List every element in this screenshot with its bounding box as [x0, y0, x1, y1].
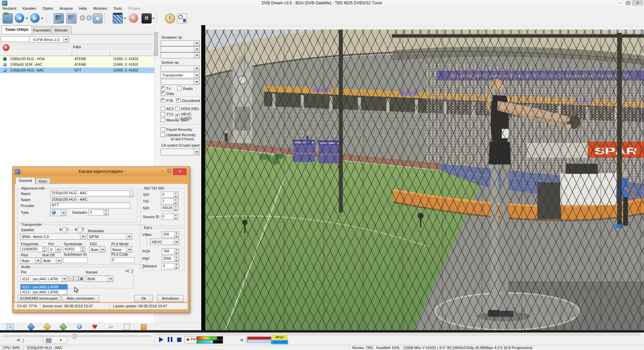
- checkbox-radio[interactable]: Radio: [177, 86, 193, 91]
- pause-button[interactable]: [168, 337, 173, 342]
- menu-analyse[interactable]: Analyse: [57, 6, 75, 11]
- header-name-column[interactable]: [0, 51, 72, 56]
- stepper-arrows-icon[interactable]: [173, 192, 178, 197]
- pid-options-button[interactable]: ▦: [79, 276, 84, 281]
- menu-opties[interactable]: Opties: [40, 6, 56, 11]
- edit-page-icon[interactable]: [124, 324, 130, 330]
- teletekst-stepper[interactable]: 0: [162, 263, 179, 269]
- next-dropdown-icon[interactable]: [41, 18, 44, 20]
- menu-bestand[interactable]: Bestand: [0, 6, 19, 11]
- pol-select[interactable]: V: [48, 246, 61, 253]
- channel-row[interactable]: 1080p100 HLG - HOA ATEME 11668, V, 41602: [0, 56, 154, 62]
- header-transponder-column[interactable]: [110, 51, 154, 56]
- minimize-button[interactable]: –: [616, 0, 623, 6]
- dialog-maximize-button[interactable]: [166, 168, 173, 174]
- rolloff-select[interactable]: Auto: [42, 257, 62, 264]
- menu-help[interactable]: Help: [76, 6, 90, 11]
- capture-icon[interactable]: [93, 13, 103, 23]
- stop-button[interactable]: [177, 338, 181, 342]
- add-pid-button[interactable]: +: [68, 276, 73, 281]
- checkbox-ttx[interactable]: TTX: [161, 112, 173, 116]
- record-dropdown-icon[interactable]: [152, 18, 155, 20]
- annuleren-button[interactable]: Annuleren: [157, 295, 184, 302]
- stepper-arrows-icon[interactable]: [80, 247, 85, 252]
- stepper-arrows-icon[interactable]: [173, 199, 178, 204]
- alles-vernieuwen-button[interactable]: Alles vernieuwen: [62, 295, 99, 302]
- satellite-select[interactable]: 4.0°W Amos 2,3: [29, 36, 69, 43]
- tab-favorieten[interactable]: Favorieten: [30, 26, 54, 34]
- stepper-arrows-icon[interactable]: [42, 247, 47, 252]
- dialog-minimize-button[interactable]: –: [159, 168, 165, 174]
- audio-pid-select[interactable]: 4112 - (aa (AAC-LATM): [20, 276, 67, 282]
- audio-kanaal-select[interactable]: Both: [86, 276, 113, 282]
- timer-icon[interactable]: [165, 13, 175, 23]
- sort-select-2[interactable]: Transponder: [161, 72, 200, 78]
- diamond-blue-icon[interactable]: [27, 323, 35, 331]
- play-button[interactable]: [159, 337, 163, 342]
- record-icon[interactable]: R: [142, 13, 152, 23]
- playlist-button[interactable]: [43, 337, 67, 344]
- stepper-arrows-icon[interactable]: [174, 232, 179, 237]
- substream-input[interactable]: [63, 257, 88, 263]
- collapse-panel-button[interactable]: –: [7, 324, 13, 331]
- volume-slider[interactable]: [3, 335, 151, 337]
- checkbox-ac3[interactable]: AC3: [161, 106, 173, 111]
- modulatie-select[interactable]: QPSK: [87, 233, 132, 240]
- video-window-icon[interactable]: [54, 13, 64, 23]
- pilot-select[interactable]: Auto: [20, 257, 41, 264]
- frequentie-stepper[interactable]: 11668000: [20, 246, 47, 252]
- clear-filter-icon[interactable]: ✕: [3, 44, 9, 51]
- pid-option-selected[interactable]: 4112 - (aa (AAC-LATM): [21, 285, 68, 290]
- diamond-green-icon[interactable]: [59, 323, 67, 331]
- pls-code-input[interactable]: 0: [111, 257, 135, 263]
- favorites-heart-icon[interactable]: [92, 324, 97, 329]
- checkbox-meerde-talen[interactable]: Meerde Talen: [161, 118, 189, 122]
- tid-stepper[interactable]: 1: [161, 198, 178, 204]
- header-provider-column[interactable]: [72, 51, 110, 56]
- open-folder-icon[interactable]: [3, 13, 13, 23]
- dialog-close-button[interactable]: ✕: [173, 168, 186, 175]
- checkbox-gecodeerd[interactable]: Gecodeerd: [176, 98, 200, 103]
- nid-stepper[interactable]: 65535: [161, 205, 178, 211]
- checkbox-tv[interactable]: Tv: [161, 86, 170, 91]
- epg-stop-icon[interactable]: ✕: [129, 13, 138, 23]
- satelliet-select[interactable]: 3560 - Amos 2,3: [20, 233, 86, 240]
- restore-button[interactable]: [624, 0, 631, 6]
- checkbox-data[interactable]: Data: [161, 91, 174, 96]
- sort-select-3[interactable]: [161, 79, 200, 85]
- settings-gears-icon[interactable]: ⚙⚙: [79, 13, 89, 23]
- video-pid-stepper[interactable]: 256: [162, 232, 179, 238]
- symbolrate-stepper[interactable]: 41602: [63, 246, 85, 252]
- next-channel-icon[interactable]: ▶: [30, 13, 40, 23]
- pls-mode-select[interactable]: None: [111, 246, 132, 253]
- diamond-yellow-icon[interactable]: [43, 323, 51, 331]
- preset-1-icon[interactable]: 1: [58, 228, 68, 232]
- scheduler-icon[interactable]: [177, 13, 187, 23]
- sort-select-1[interactable]: [161, 65, 200, 71]
- video-codec-select[interactable]: HEVC: [150, 239, 179, 245]
- volume-slider-thumb[interactable]: [73, 334, 76, 339]
- source-id-stepper[interactable]: 0: [161, 214, 178, 220]
- naam-browse-button[interactable]: [129, 191, 134, 197]
- previous-channel-icon[interactable]: ◀: [15, 13, 24, 23]
- info-icon[interactable]: i: [77, 324, 82, 329]
- channel-list-window-icon[interactable]: [66, 13, 76, 23]
- fec-select[interactable]: Auto: [89, 246, 105, 253]
- audio-speaker-icon[interactable]: [240, 338, 247, 343]
- remove-pid-button[interactable]: −: [73, 276, 78, 281]
- audio-test-speaker-icon[interactable]: [125, 267, 131, 274]
- menu-modules[interactable]: Modules: [91, 6, 110, 11]
- pmt-stepper[interactable]: 2056: [162, 256, 179, 262]
- kanaalnr-stepper[interactable]: 0: [89, 209, 109, 215]
- preset-2-icon[interactable]: 2: [74, 228, 84, 232]
- ok-button[interactable]: Ok: [134, 295, 153, 302]
- pcr-stepper[interactable]: 768: [162, 248, 179, 254]
- sid-stepper[interactable]: 6: [161, 192, 178, 198]
- video-editor-icon[interactable]: [113, 13, 123, 23]
- ecm-emm-button[interactable]: ECM/EMM vernieuwen: [17, 295, 60, 302]
- pid-option[interactable]: 4113 - (aa (AAC-LATM): [21, 290, 68, 295]
- mute-speaker-icon[interactable]: [17, 338, 23, 343]
- stepper-arrows-icon[interactable]: [104, 210, 108, 215]
- channel-row-selected[interactable]: 2160p100 HLG - AAC NTT 11668, V, 41602: [0, 67, 154, 73]
- seek-bar[interactable]: [156, 333, 640, 335]
